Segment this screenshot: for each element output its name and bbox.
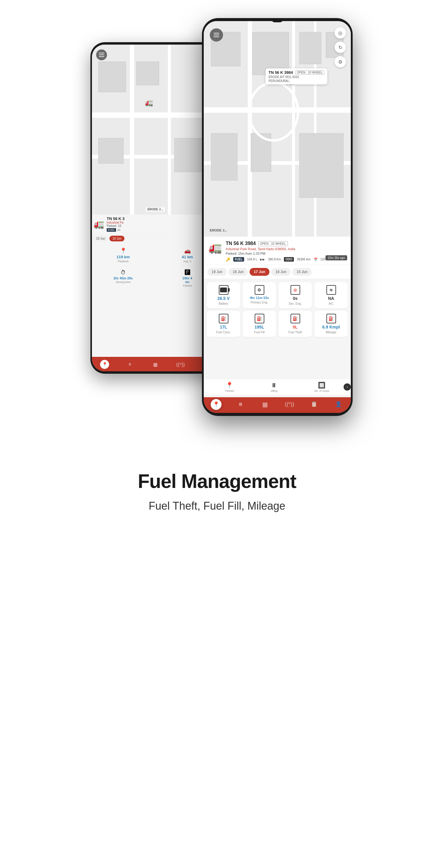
fuel-fill-icon: ⛽ xyxy=(255,314,264,323)
back-date-tab-18jun[interactable]: 18 Jun xyxy=(110,236,124,241)
back-nav-location[interactable]: 📍 xyxy=(92,360,117,369)
hamburger-icon xyxy=(99,53,104,57)
back-map-area: 🚛 ERODE J... xyxy=(92,44,218,215)
front-phone-screen: ◎ ↻ ⚙ 🚛 TN 56 K 3984 OPEN . 10 WHEEL ERO… xyxy=(204,21,351,413)
back-stats-grid: 📍 119 km Playback 🚗 41 km Avg. S ⏱ 2hr 4… xyxy=(92,243,218,291)
back-fuel-badge: FUEL xyxy=(107,228,116,232)
back-stat-playback: 📍 119 km Playback xyxy=(92,245,154,265)
front-phone: ◎ ↻ ⚙ 🚛 TN 56 K 3984 OPEN . 10 WHEEL ERO… xyxy=(202,18,352,416)
vehicle-id: TN 56 K 3984 xyxy=(226,241,256,246)
map-road xyxy=(92,113,218,118)
nav-item-filter[interactable]: ≡ xyxy=(228,401,253,410)
scroll-label-stops: No. of Stops xyxy=(314,390,330,393)
page-subtitle: Fuel Theft, Fuel Fill, Mileage xyxy=(138,500,296,513)
date-tabs: 19 Jun 18 Jun 17 Jun 16 Jun 15 Jun xyxy=(204,265,351,279)
scrollable-bottom-items: 📍 Parked ⏸ Idling 🔲 No. of Stops › xyxy=(204,379,351,395)
target-button[interactable]: ◎ xyxy=(335,27,346,38)
nav-item-location[interactable]: 📍 xyxy=(204,401,228,410)
stops-scroll-icon: 🔲 xyxy=(318,381,326,389)
back-fuel-value: 10 xyxy=(117,228,120,231)
fuel-theft-value: 0L xyxy=(293,324,298,330)
stat-card-ac: ≋ NA A/C xyxy=(314,282,348,308)
back-stat-value: 19hr 4 xyxy=(182,276,192,280)
nav-item-doc[interactable]: 📋 xyxy=(302,401,326,410)
primary-eng-label: Primary Eng. xyxy=(251,301,268,304)
odo-value: 36306 Km xyxy=(297,258,311,261)
settings-button[interactable]: ⚙ xyxy=(335,56,346,67)
back-vehicle-info: TN 56 K 3 Industrial Pa Parked: 15 FUEL … xyxy=(107,216,217,232)
back-stat-movingtime: ⏱ 2hr 45m 29s Moving time xyxy=(92,267,154,290)
nav-item-signal[interactable]: ((ᵒ)) xyxy=(277,401,302,410)
fuel-value: 104.9 L xyxy=(247,258,257,261)
hamburger-line xyxy=(214,35,219,35)
nav-item-profile[interactable]: 👤 xyxy=(327,401,351,410)
back-vehicle-location: Industrial Pa xyxy=(107,221,217,224)
date-tab-19jun[interactable]: 19 Jun xyxy=(207,268,227,276)
scroll-item-stops: 🔲 No. of Stops xyxy=(314,381,330,393)
distance-icon: ▶▶ xyxy=(260,258,265,261)
vehicle-info-card: 🚛 TN 56 K 3984 OPEN . 10 WHEEL Industria… xyxy=(204,237,351,265)
back-date-tab-19jun[interactable]: 19 Jun xyxy=(93,236,108,241)
grid-nav-icon: ▦ xyxy=(262,401,268,408)
back-nav-filter[interactable]: ≡ xyxy=(117,360,143,369)
back-nav-signal[interactable]: ((ᵒ)) xyxy=(168,360,193,369)
back-vehicle-status: Parked: 15 xyxy=(107,224,217,227)
time-ago-badge: 15m 36s ago xyxy=(326,255,347,260)
back-menu-button[interactable] xyxy=(96,50,107,60)
front-map-area: ◎ ↻ ⚙ 🚛 TN 56 K 3984 OPEN . 10 WHEEL ERO… xyxy=(204,21,351,237)
grid-nav-icon: ▦ xyxy=(153,362,158,367)
vehicle-type-badge: OPEN . 10 WHEEL xyxy=(258,241,288,246)
page-title: Fuel Management xyxy=(138,470,296,493)
fuel-cons-value: 17L xyxy=(220,324,227,330)
back-parked-sub: 36s xyxy=(185,281,190,284)
primary-eng-value: 4hr 11m 53s xyxy=(250,296,269,300)
back-stat-label: Parked xyxy=(183,284,192,287)
sec-eng-label: Sec. Eng. xyxy=(289,302,302,305)
refresh-button[interactable]: ↻ xyxy=(335,41,346,53)
playback-scroll-icon: 📍 xyxy=(226,381,233,389)
ac-icon: ≋ xyxy=(327,285,336,295)
stats-grid: 26.5 V Battery ⚙ 4hr 11m 53s Primary Eng… xyxy=(204,279,351,340)
signal-nav-icon: ((ᵒ)) xyxy=(285,401,294,407)
mileage-value: 6.9 Kmpl xyxy=(322,324,340,330)
front-menu-button[interactable] xyxy=(210,28,223,41)
map-building xyxy=(299,133,343,198)
distance-value: 390.8 Km xyxy=(268,258,281,261)
back-stat-label: Moving time xyxy=(116,281,130,284)
scroll-item-idling: ⏸ Idling xyxy=(271,382,278,393)
location-nav-icon: 📍 xyxy=(100,360,109,369)
location-label: ERODE J... xyxy=(146,207,165,212)
date-tab-17jun[interactable]: 17 Jun xyxy=(250,268,270,276)
back-map-bg: 🚛 ERODE J... xyxy=(92,44,218,215)
date-tab-15jun[interactable]: 15 Jun xyxy=(292,268,312,276)
hamburger-line xyxy=(99,53,104,53)
battery-icon xyxy=(219,285,228,295)
back-phone-screen: 🚛 ERODE J... 🚛 TN 56 K 3 Industrial Pa P… xyxy=(92,44,218,371)
battery-value: 26.5 V xyxy=(217,296,229,301)
date-tab-16jun[interactable]: 16 Jun xyxy=(271,268,290,276)
nav-item-grid[interactable]: ▦ xyxy=(253,401,277,410)
map-road xyxy=(168,44,171,215)
bottom-section: Fuel Management Fuel Theft, Fuel Fill, M… xyxy=(114,458,320,513)
fuel-fill-value: 195L xyxy=(255,324,264,330)
back-speed-icon: 🚗 xyxy=(184,247,191,254)
back-playback-icon: 📍 xyxy=(120,247,127,254)
map-road xyxy=(130,44,134,215)
back-nav-grid[interactable]: ▦ xyxy=(143,360,168,369)
back-phone-content: 🚛 ERODE J... 🚛 TN 56 K 3 Industrial Pa P… xyxy=(92,44,218,371)
mileage-icon: ⛽ xyxy=(327,314,336,323)
date-tab-18jun[interactable]: 18 Jun xyxy=(228,268,248,276)
vehicle-address: Industrial Park Road, Tamil Nadu 638056,… xyxy=(226,247,346,251)
map-controls: ◎ ↻ ⚙ xyxy=(335,27,346,67)
phone-notch xyxy=(271,18,283,22)
vehicle-id-row: TN 56 K 3984 OPEN . 10 WHEEL xyxy=(226,241,346,246)
calendar-icon: 📅 xyxy=(314,258,317,261)
back-stat-label: Playback xyxy=(118,260,129,263)
back-stat-value: 119 km xyxy=(116,255,130,259)
idling-scroll-icon: ⏸ xyxy=(271,382,277,389)
battery-label: Battery xyxy=(219,302,228,305)
map-building xyxy=(299,32,321,64)
scroll-arrow[interactable]: › xyxy=(344,383,351,391)
back-vehicle-id: TN 56 K 3 xyxy=(107,216,217,221)
tooltip-vehicle-id: TN 56 K 3984 xyxy=(269,70,293,75)
